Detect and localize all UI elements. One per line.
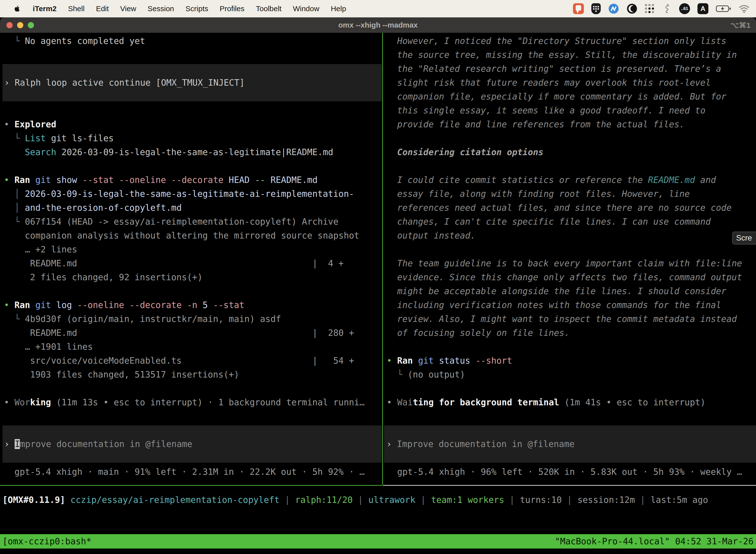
terminal-line: evidence. Since this change only affects… xyxy=(387,270,756,284)
terminal-line: of focusing solely on file lines. xyxy=(387,326,756,340)
terminal-line: the source tree, missing the essay. Stil… xyxy=(387,48,756,62)
terminal-line: including verification notes with those … xyxy=(387,298,756,312)
menu-item-toolbelt[interactable]: Toolbelt xyxy=(256,4,281,13)
left-terminal-pane[interactable]: └ No agents completed yet› Ralph loop ac… xyxy=(0,33,386,486)
tmux-status-bar: [omx-cczip0:bash* "MacBook-Pro-44.local"… xyxy=(0,534,756,549)
wifi-icon[interactable] xyxy=(739,4,750,13)
menu-item-view[interactable]: View xyxy=(120,4,136,13)
terminal-line: provide file and line references from th… xyxy=(387,117,756,131)
prompt-input-box[interactable]: › Improve documentation in @filename xyxy=(2,426,382,463)
terminal-line: • Working (11m 13s • esc to interrupt) ·… xyxy=(4,395,386,409)
terminal-line: • Ran git show --stat --oneline --decora… xyxy=(4,173,386,187)
window-shortcut-badge: ⌥⌘1 xyxy=(731,21,751,30)
squiggle-icon[interactable] xyxy=(662,3,672,14)
terminal-line: 1903 files changed, 513517 insertions(+) xyxy=(4,368,386,382)
terminal-line: review. Also, I might want to inspect th… xyxy=(387,312,756,326)
terminal-line: essay file, along with finding root file… xyxy=(387,187,756,201)
blue-bolt-icon[interactable] xyxy=(608,3,619,14)
omx-session-status-line: [OMX#0.11.9] cczip/essay/ai-reimplementa… xyxy=(2,493,708,507)
terminal-line: README.md | 280 + xyxy=(4,326,386,340)
terminal-line: might be acceptable alongside the file l… xyxy=(387,284,756,298)
terminal-blank-line xyxy=(4,48,386,62)
terminal-line: However, I noticed the "Directory Struct… xyxy=(387,34,756,48)
terminal-line: this single essay, it seems like a good … xyxy=(387,104,756,117)
terminal-line: Search 2026-03-09-is-legal-the-same-as-l… xyxy=(4,145,386,159)
terminal-line: … +2 lines xyxy=(4,242,386,257)
terminal-blank-line xyxy=(387,159,756,173)
crescent-icon[interactable] xyxy=(627,3,637,14)
terminal-line: 2 files changed, 92 insertions(+) xyxy=(4,270,386,284)
terminal-line: └ No agents completed yet xyxy=(4,34,386,48)
terminal-line: └ 4b9d30f (origin/main, instructkr/main,… xyxy=(4,312,386,326)
terminal-blank-line xyxy=(4,409,386,423)
terminal-line: … +1901 lines xyxy=(4,340,386,354)
shield-grid-icon[interactable] xyxy=(591,3,601,14)
tooltip-label: Scre xyxy=(736,233,752,242)
terminal-line: Considering citation options xyxy=(387,145,756,159)
terminal-line: │ and-the-erosion-of-copyleft.md xyxy=(4,201,386,215)
terminal-line: └ List git ls-files xyxy=(4,131,386,145)
battery-icon[interactable] xyxy=(716,5,731,12)
terminal-line: companion file, especially if more comme… xyxy=(387,90,756,104)
window-title: omx --xhigh --madmax xyxy=(0,21,756,29)
terminal-line: • Ran git status --short xyxy=(387,354,756,368)
tmux-session-name: [omx-cczip0:bash* xyxy=(2,536,91,546)
terminal-line: • Waiting for background terminal (1m 41… xyxy=(387,395,756,409)
terminal-line: references need actual files, and since … xyxy=(387,201,756,215)
menu-item-edit[interactable]: Edit xyxy=(96,4,109,13)
terminal-line: slight risk that future readers may over… xyxy=(387,76,756,90)
menu-items: iTerm2ShellEditViewSessionScriptsProfile… xyxy=(33,4,346,13)
screen: iTerm2ShellEditViewSessionScriptsProfile… xyxy=(0,0,756,554)
inactive-pane-border xyxy=(383,485,756,486)
menu-bar: iTerm2ShellEditViewSessionScriptsProfile… xyxy=(0,0,756,17)
menu-item-help[interactable]: Help xyxy=(331,4,346,13)
terminal-line: the "Related research writing" section i… xyxy=(387,62,756,76)
terminal-line: │ 2026-03-09-is-legal-the-same-as-legiti… xyxy=(4,187,386,201)
terminal-line: gpt-5.4 xhigh · main · 91% left · 2.31M … xyxy=(4,465,386,479)
menu-item-session[interactable]: Session xyxy=(147,4,174,13)
terminal-blank-line xyxy=(4,382,386,395)
terminal-blank-line xyxy=(387,242,756,257)
terminal-line: └ 067f154 (HEAD -> essay/ai-reimplementa… xyxy=(4,215,386,229)
dots-grid-icon[interactable] xyxy=(645,4,654,13)
iterm-window: omx --xhigh --madmax ⌥⌘1 └ No agents com… xyxy=(0,17,756,554)
terminal-line: companion analysis without altering the … xyxy=(4,229,386,242)
menu-item-shell[interactable]: Shell xyxy=(68,4,84,13)
right-terminal-pane[interactable]: However, I noticed the "Directory Struct… xyxy=(383,33,756,486)
terminal-line: src/voice/voiceModeEnabled.ts | 54 + xyxy=(4,354,386,368)
chat-app-icon[interactable] xyxy=(573,3,584,14)
terminal-blank-line xyxy=(4,104,386,117)
terminal-blank-line xyxy=(387,382,756,395)
terminal-line: gpt-5.4 xhigh · 96% left · 520K in · 5.8… xyxy=(387,465,756,479)
terminal-line: output instead. xyxy=(387,229,756,242)
menu-item-iterm2[interactable]: iTerm2 xyxy=(33,4,57,13)
battery-percent-icon[interactable]: ..61 xyxy=(679,3,690,14)
terminal-line: The team guideline is to back every impo… xyxy=(387,257,756,270)
prompt-input-box[interactable]: › Ralph loop active continue [OMX_TMUX_I… xyxy=(2,64,382,101)
input-source-icon[interactable]: A xyxy=(697,3,708,14)
apple-menu-icon[interactable] xyxy=(13,4,22,14)
terminal-line: • Ran git log --oneline --decorate -n 5 … xyxy=(4,298,386,312)
terminal-line: README.md | 4 + xyxy=(4,257,386,270)
screen-share-tooltip: Scre xyxy=(732,232,756,244)
terminal-blank-line xyxy=(387,409,756,423)
terminal-blank-line xyxy=(387,131,756,145)
menu-item-window[interactable]: Window xyxy=(293,4,319,13)
menu-status-icons: ..61A xyxy=(573,3,750,14)
title-bar[interactable]: omx --xhigh --madmax ⌥⌘1 xyxy=(0,17,756,33)
menu-item-profiles[interactable]: Profiles xyxy=(219,4,244,13)
tmux-host-clock: "MacBook-Pro-44.local" 04:52 31-Mar-26 xyxy=(555,536,754,546)
menu-item-scripts[interactable]: Scripts xyxy=(186,4,208,13)
terminal-blank-line xyxy=(4,284,386,298)
terminal-blank-line xyxy=(4,159,386,173)
active-pane-border xyxy=(0,485,382,486)
terminal-blank-line xyxy=(387,340,756,354)
terminal-line: changes, I can't cite specific file line… xyxy=(387,215,756,229)
prompt-input-box[interactable]: › Improve documentation in @filename xyxy=(384,426,756,463)
terminal-line: └ (no output) xyxy=(387,368,756,382)
terminal-line: I could cite commit statistics or refere… xyxy=(387,173,756,187)
terminal-line: • Explored xyxy=(4,117,386,131)
